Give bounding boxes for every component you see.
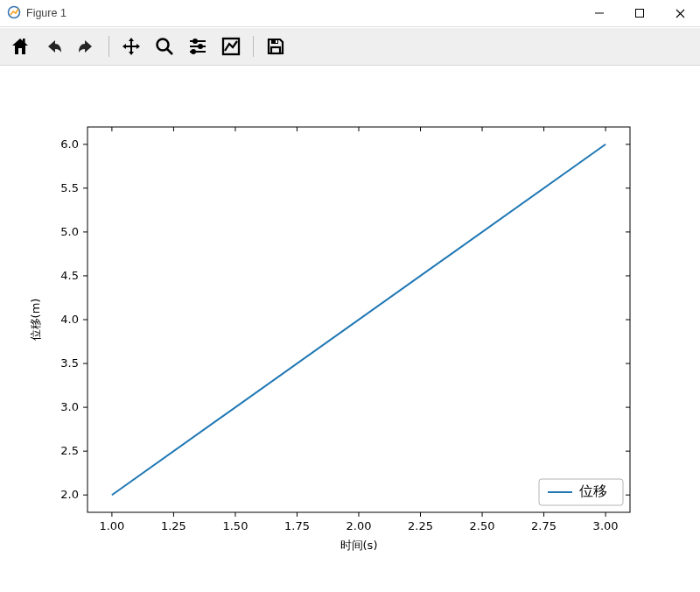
minimize-button[interactable]	[579, 0, 620, 26]
svg-text:3.00: 3.00	[593, 519, 619, 532]
configure-subplots-icon[interactable]	[185, 33, 211, 60]
svg-text:1.25: 1.25	[161, 519, 186, 532]
svg-rect-16	[276, 40, 277, 43]
svg-text:位移: 位移	[579, 483, 607, 498]
svg-text:2.50: 2.50	[470, 519, 495, 532]
window-titlebar: Figure 1	[0, 0, 700, 27]
svg-text:6.0: 6.0	[60, 137, 79, 151]
svg-text:3.0: 3.0	[60, 400, 79, 413]
svg-text:1.75: 1.75	[284, 519, 310, 532]
svg-point-9	[193, 39, 197, 43]
svg-text:1.50: 1.50	[222, 519, 248, 532]
svg-text:2.25: 2.25	[408, 519, 433, 532]
window-title: Figure 1	[26, 7, 66, 19]
forward-icon[interactable]	[74, 33, 100, 60]
svg-rect-17	[271, 47, 280, 53]
svg-text:2.00: 2.00	[346, 519, 372, 532]
svg-text:5.0: 5.0	[60, 225, 79, 238]
svg-point-13	[192, 50, 195, 53]
svg-text:5.5: 5.5	[60, 181, 79, 194]
toolbar-separator	[108, 36, 109, 57]
back-icon[interactable]	[40, 33, 66, 60]
save-icon[interactable]	[262, 33, 289, 60]
pan-icon[interactable]	[118, 33, 144, 60]
svg-line-7	[167, 49, 172, 54]
edit-axes-icon[interactable]	[218, 33, 244, 60]
svg-point-6	[158, 39, 169, 51]
svg-text:2.5: 2.5	[60, 444, 79, 457]
toolbar-separator	[253, 36, 254, 57]
matplotlib-toolbar	[0, 27, 700, 66]
svg-text:2.75: 2.75	[531, 519, 556, 532]
legend[interactable]: 位移	[539, 479, 623, 505]
svg-point-11	[199, 45, 202, 48]
svg-text:3.5: 3.5	[60, 356, 79, 370]
svg-rect-2	[636, 10, 644, 18]
zoom-icon[interactable]	[151, 33, 178, 60]
svg-text:4.5: 4.5	[60, 269, 79, 282]
svg-text:1.00: 1.00	[99, 519, 124, 532]
svg-text:时间(s): 时间(s)	[340, 539, 378, 552]
svg-text:位移(m): 位移(m)	[29, 299, 42, 342]
svg-text:2.0: 2.0	[60, 488, 79, 501]
svg-rect-5	[23, 39, 25, 43]
home-icon[interactable]	[7, 33, 33, 60]
svg-text:4.0: 4.0	[60, 313, 79, 326]
app-icon	[7, 5, 21, 22]
figure-canvas[interactable]: 1.001.251.501.752.002.252.502.753.00 2.0…	[0, 66, 700, 592]
maximize-button[interactable]	[620, 0, 660, 26]
close-button[interactable]	[660, 0, 700, 26]
